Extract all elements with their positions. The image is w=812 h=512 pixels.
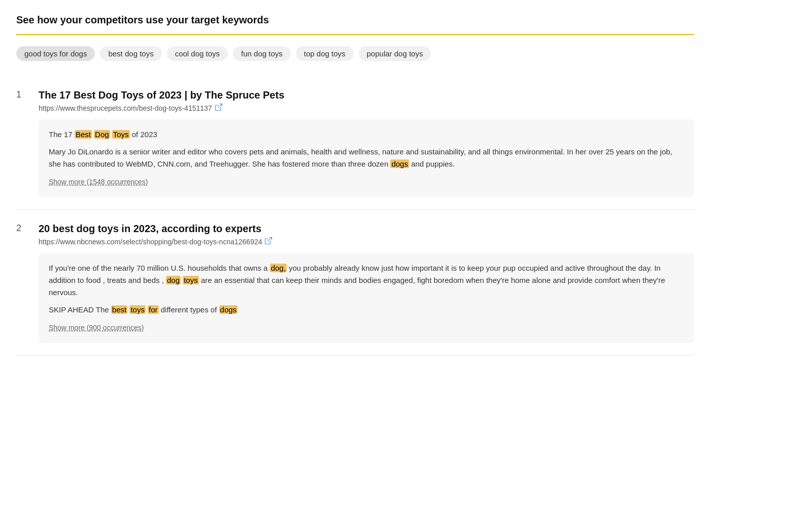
show-more-link-1[interactable]: Show more (900 occurrences) bbox=[49, 322, 144, 333]
external-link-icon-0[interactable] bbox=[215, 104, 222, 112]
highlight: dog bbox=[166, 276, 181, 284]
gold-divider bbox=[16, 34, 694, 35]
show-more-link-0[interactable]: Show more (1548 occurrences) bbox=[49, 176, 148, 187]
result-number-0: 1 bbox=[16, 88, 28, 197]
external-link-icon-1[interactable] bbox=[265, 237, 272, 246]
result-item-0: 1The 17 Best Dog Toys of 2023 | by The S… bbox=[16, 76, 694, 210]
keyword-chip-2[interactable]: cool dog toys bbox=[167, 46, 228, 61]
highlight: Toys bbox=[112, 130, 130, 139]
highlight: for bbox=[148, 305, 159, 314]
keyword-chip-0[interactable]: good toys for dogs bbox=[16, 46, 95, 61]
page-header: See how your competitors use your target… bbox=[16, 14, 694, 35]
result-content-0: The 17 Best Dog Toys of 2023 | by The Sp… bbox=[39, 88, 694, 197]
highlight: dogs bbox=[390, 159, 409, 168]
result-number-1: 2 bbox=[16, 222, 28, 343]
snippet-line-1-0: If you're one of the nearly 70 million U… bbox=[49, 262, 684, 299]
snippet-line-1-1: SKIP AHEAD The best toys for different t… bbox=[49, 304, 684, 316]
page-title: See how your competitors use your target… bbox=[16, 14, 694, 26]
result-title-0: The 17 Best Dog Toys of 2023 | by The Sp… bbox=[39, 88, 694, 102]
result-content-1: 20 best dog toys in 2023, according to e… bbox=[39, 222, 694, 343]
keyword-chip-3[interactable]: fun dog toys bbox=[233, 46, 291, 61]
keyword-chips-container: good toys for dogsbest dog toyscool dog … bbox=[16, 46, 694, 61]
snippet-line-0-0: The 17 Best Dog Toys of 2023 bbox=[49, 129, 684, 141]
snippet-box-1: If you're one of the nearly 70 million U… bbox=[39, 253, 694, 343]
keyword-chip-1[interactable]: best dog toys bbox=[100, 46, 161, 61]
highlight: Dog bbox=[94, 130, 110, 139]
result-url-row-1: https://www.nbcnews.com/select/shopping/… bbox=[39, 237, 694, 246]
keyword-chip-4[interactable]: top dog toys bbox=[296, 46, 354, 61]
keyword-chip-5[interactable]: popular dog toys bbox=[359, 46, 431, 61]
result-url-0: https://www.thesprucepets.com/best-dog-t… bbox=[39, 104, 212, 112]
results-list: 1The 17 Best Dog Toys of 2023 | by The S… bbox=[16, 76, 694, 356]
result-url-row-0: https://www.thesprucepets.com/best-dog-t… bbox=[39, 104, 694, 112]
highlight: best bbox=[111, 305, 127, 314]
result-title-1: 20 best dog toys in 2023, according to e… bbox=[39, 222, 694, 235]
highlight: dog, bbox=[270, 264, 287, 272]
highlight: toys bbox=[129, 305, 146, 314]
snippet-box-0: The 17 Best Dog Toys of 2023Mary Jo DiLo… bbox=[39, 119, 694, 197]
result-url-1: https://www.nbcnews.com/select/shopping/… bbox=[39, 238, 262, 246]
result-item-1: 220 best dog toys in 2023, according to … bbox=[16, 210, 694, 356]
highlight: Best bbox=[75, 130, 92, 139]
snippet-line-0-1: Mary Jo DiLonardo is a senior writer and… bbox=[49, 146, 684, 170]
highlight: dogs bbox=[219, 305, 238, 314]
highlight: toys bbox=[183, 276, 199, 284]
